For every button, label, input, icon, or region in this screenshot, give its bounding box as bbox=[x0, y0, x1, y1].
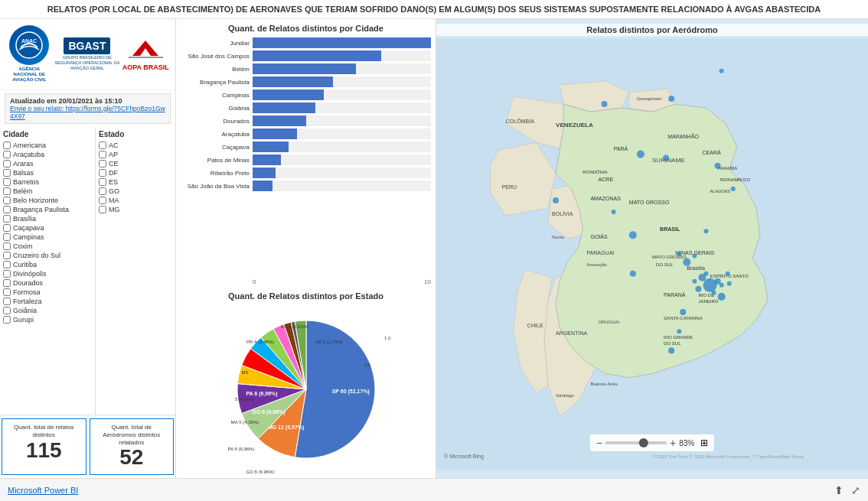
bar-track bbox=[253, 168, 431, 178]
bottom-stats: Quant. total de relatos distintos 115 Qu… bbox=[0, 415, 175, 478]
zoom-in-button[interactable]: + bbox=[670, 437, 676, 449]
expand-icon[interactable]: ⊞ bbox=[700, 438, 708, 448]
cidade-checkbox[interactable] bbox=[3, 142, 11, 149]
cidade-checkbox[interactable] bbox=[3, 224, 11, 232]
bar-fill bbox=[253, 50, 381, 61]
cidade-label: Araras bbox=[13, 160, 34, 168]
cidade-checkbox[interactable] bbox=[3, 270, 11, 278]
bar-label: Caçapava bbox=[181, 144, 250, 151]
bar-row: Campinas bbox=[181, 89, 431, 100]
bar-fill bbox=[253, 37, 431, 48]
bar-track bbox=[253, 37, 431, 48]
pie-label-inside: MG 11 (9,57%) bbox=[267, 425, 303, 431]
svg-text:URUGUAI: URUGUAI bbox=[599, 320, 620, 324]
fullscreen-icon[interactable]: ⤢ bbox=[851, 484, 860, 496]
filter-section: Cidade AmericanaAraçatubaArarasBalsasBar… bbox=[0, 127, 175, 415]
estado-checkbox[interactable] bbox=[99, 206, 106, 213]
bar-label: Jundiaí bbox=[181, 40, 250, 47]
estado-filter[interactable]: Estado ACAPCEDFESGOMAMG bbox=[96, 127, 175, 415]
cidade-checkbox[interactable] bbox=[3, 307, 11, 314]
filter-item-estado: MA bbox=[99, 197, 172, 204]
cidade-checkbox[interactable] bbox=[3, 242, 11, 250]
bar-track bbox=[253, 129, 431, 139]
cidade-checkbox[interactable] bbox=[3, 169, 11, 177]
pie-annotation: PA 8 (6,96%) bbox=[227, 447, 254, 451]
cidade-label: Dourados bbox=[13, 279, 43, 287]
filter-item-estado: CE bbox=[99, 160, 172, 168]
bar-row: Patos de Minas bbox=[181, 155, 431, 165]
bar-chart-title: Quant. de Relatos distintos por Cidade bbox=[181, 24, 431, 33]
svg-text:CEARÁ: CEARÁ bbox=[702, 149, 721, 155]
estado-checkbox[interactable] bbox=[99, 169, 106, 177]
svg-text:Assunção: Assunção bbox=[586, 262, 607, 267]
cidade-label: Americana bbox=[13, 142, 46, 149]
cidade-checkbox[interactable] bbox=[3, 298, 11, 305]
middle-panel: Quant. de Relatos distintos por Cidade J… bbox=[176, 19, 436, 478]
relatos-label: Quant. total de relatos distintos bbox=[7, 424, 81, 438]
cidade-checkbox[interactable] bbox=[3, 160, 11, 168]
powerbi-link[interactable]: Microsoft Power BI bbox=[8, 486, 78, 495]
bar-label: Araçatuba bbox=[181, 131, 250, 138]
cidade-checkbox[interactable] bbox=[3, 197, 11, 204]
cidade-checkbox[interactable] bbox=[3, 288, 11, 296]
estado-checkbox[interactable] bbox=[99, 151, 106, 158]
cidade-checkbox[interactable] bbox=[3, 252, 11, 259]
cidade-checkbox[interactable] bbox=[3, 178, 11, 186]
bar-track bbox=[253, 50, 431, 61]
zoom-slider[interactable] bbox=[605, 441, 667, 444]
zoom-out-button[interactable]: − bbox=[596, 437, 602, 449]
filter-item-cidade: Coxim bbox=[3, 242, 92, 250]
x-axis: 0 10 bbox=[181, 278, 431, 285]
estado-checkbox[interactable] bbox=[99, 142, 106, 149]
filter-item-cidade: Belo Horizonte bbox=[3, 197, 92, 204]
bottom-bar: Microsoft Power BI ⬆ ⤢ bbox=[0, 478, 868, 501]
aerodromes-stat-box: Quant. total de Aeródromos distintos rel… bbox=[90, 418, 175, 475]
svg-text:PARAGUAI: PARAGUAI bbox=[586, 250, 614, 255]
estado-checkbox[interactable] bbox=[99, 197, 106, 204]
cidade-checkbox[interactable] bbox=[3, 261, 11, 268]
bar-track bbox=[253, 63, 431, 74]
filter-item-cidade: Balsas bbox=[3, 169, 92, 177]
map-area[interactable]: VENEZUELA COLÔMBIA Georgetown SURINAME P… bbox=[436, 19, 868, 478]
cidade-label: Coxim bbox=[13, 242, 33, 250]
bar-label: Ribeirão Preto bbox=[181, 170, 250, 177]
svg-text:Georgetown: Georgetown bbox=[637, 96, 662, 101]
cidade-filter[interactable]: Cidade AmericanaAraçatubaArarasBalsasBar… bbox=[0, 127, 96, 415]
bar-fill bbox=[253, 129, 297, 139]
bgast-sub: GRUPO BRASILEIRO DE SEGURANÇA OPERACIONA… bbox=[53, 55, 122, 70]
bar-row: Bragança Paulista bbox=[181, 76, 431, 87]
bar-label: Campinas bbox=[181, 92, 250, 99]
pie-annotation: AP 2 (1,74%) bbox=[315, 340, 343, 344]
svg-text:GOIÁS: GOIÁS bbox=[590, 233, 608, 239]
bar-row: Dourados bbox=[181, 115, 431, 126]
cidade-checkbox[interactable] bbox=[3, 206, 11, 213]
cidade-checkbox[interactable] bbox=[3, 233, 11, 241]
aerodromes-value: 52 bbox=[95, 446, 169, 470]
filter-item-cidade: Dourados bbox=[3, 279, 92, 287]
cidade-checkbox[interactable] bbox=[3, 215, 11, 223]
estado-checkbox[interactable] bbox=[99, 187, 106, 195]
svg-text:RONDÔNIA: RONDÔNIA bbox=[582, 170, 608, 174]
svg-point-42 bbox=[715, 278, 721, 285]
cidade-checkbox[interactable] bbox=[3, 187, 11, 195]
estado-checkbox[interactable] bbox=[99, 178, 106, 186]
pie-annotation: MS bbox=[241, 370, 248, 375]
bar-fill bbox=[253, 168, 276, 178]
estado-header: Estado bbox=[99, 130, 172, 138]
pie-annotation: PR 4 (3,48%) bbox=[246, 340, 273, 344]
svg-text:© Microsoft Bing: © Microsoft Bing bbox=[444, 454, 484, 460]
svg-point-68 bbox=[668, 96, 674, 102]
share-icon[interactable]: ⬆ bbox=[834, 484, 844, 496]
cidade-checkbox[interactable] bbox=[3, 316, 11, 324]
aerodromes-label: Quant. total de Aeródromos distintos rel… bbox=[95, 424, 169, 446]
estado-checkbox[interactable] bbox=[99, 160, 106, 168]
svg-point-61 bbox=[663, 155, 669, 161]
svg-text:Sucre: Sucre bbox=[552, 235, 564, 239]
filter-item-cidade: Fortaleza bbox=[3, 298, 92, 305]
svg-text:ANAC: ANAC bbox=[21, 38, 37, 44]
cidade-checkbox[interactable] bbox=[3, 151, 11, 158]
estado-label: MA bbox=[109, 197, 119, 204]
cidade-label: Goiânia bbox=[13, 307, 37, 314]
update-link[interactable]: Envie o seu relato: https://forms.gle/75… bbox=[10, 105, 165, 120]
cidade-checkbox[interactable] bbox=[3, 279, 11, 287]
